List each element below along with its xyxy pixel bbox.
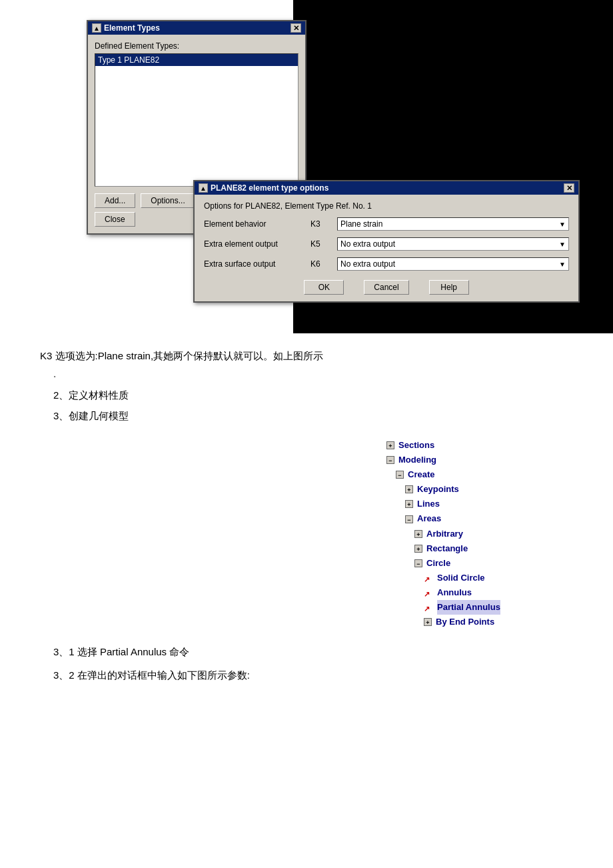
extra-element-output-row: Extra element output K5 No extra output … (204, 237, 569, 251)
element-behavior-k: K3 (310, 219, 330, 229)
menu-text-modeling: Modeling (398, 453, 436, 467)
expand-icon-areas: − (405, 515, 413, 523)
plane82-close-button[interactable]: ✕ (564, 183, 574, 193)
menu-text-arbitrary: Arbitrary (426, 527, 463, 541)
defined-label: Defined Element Types: (95, 41, 299, 51)
menu-item-annulus[interactable]: ↗ Annulus (386, 585, 573, 600)
expand-icon-arbitrary: + (414, 530, 422, 538)
menu-text-by-end-points: By End Points (436, 615, 494, 629)
menu-item-arbitrary[interactable]: + Arbitrary (386, 527, 573, 541)
menu-item-create[interactable]: − Create (386, 467, 573, 482)
expand-icon-sections: + (386, 441, 394, 449)
plane82-titlebar: ▲ PLANE82 element type options ✕ (195, 181, 578, 195)
menu-item-sections[interactable]: + Sections (386, 438, 573, 453)
extra-element-output-k: K5 (310, 239, 330, 249)
dropdown-arrow-2: ▼ (559, 241, 566, 248)
item31: 3、1 选择 Partial Annulus 命令 (53, 643, 573, 661)
menu-text-sections: Sections (398, 438, 434, 453)
close-button[interactable]: Close (95, 212, 135, 227)
leaf-icon-annulus: ↗ (424, 588, 433, 597)
menu-text-solid-circle: Solid Circle (437, 571, 485, 585)
expand-icon-keypoints: + (405, 485, 413, 493)
dialog-icon: ▲ (92, 23, 101, 33)
paragraph1: K3 选项选为:Plane strain,其她两个保持默认就可以。如上图所示 (40, 347, 573, 365)
menu-text-lines: Lines (417, 497, 440, 511)
menu-text-keypoints: Keypoints (417, 482, 459, 497)
menu-text-annulus: Annulus (437, 585, 472, 600)
dialog-close-button[interactable]: ✕ (291, 23, 301, 33)
menu-tree: + Sections − Modeling − Create + Keypoin… (386, 438, 573, 629)
item3: 3、创建几何模型 (53, 407, 573, 425)
menu-item-lines[interactable]: + Lines (386, 497, 573, 511)
item2: 2、定义材料性质 (53, 386, 573, 404)
menu-text-circle: Circle (426, 556, 450, 571)
menu-item-areas[interactable]: − Areas (386, 511, 573, 526)
menu-text-partial-annulus: Partial Annulus (437, 600, 500, 615)
leaf-icon-partial-annulus: ↗ (424, 603, 433, 612)
element-types-titlebar: ▲ Element Types ✕ (88, 21, 305, 35)
expand-icon-rectangle: + (414, 545, 422, 553)
list-item-plane82[interactable]: Type 1 PLANE82 (95, 54, 298, 66)
extra-surface-output-k: K6 (310, 259, 330, 269)
element-behavior-value: Plane strain (340, 219, 382, 229)
menu-item-rectangle[interactable]: + Rectangle (386, 541, 573, 556)
dropdown-arrow-3: ▼ (559, 261, 566, 268)
element-behavior-label: Element behavior (204, 219, 304, 229)
extra-surface-output-row: Extra surface output K6 No extra output … (204, 257, 569, 271)
menu-tree-wrapper: + Sections − Modeling − Create + Keypoin… (40, 438, 573, 629)
element-types-listbox[interactable]: Type 1 PLANE82 (95, 53, 299, 187)
expand-icon-by-end-points: + (424, 618, 432, 626)
help-button[interactable]: Help (429, 280, 469, 295)
dropdown-arrow-1: ▼ (559, 221, 566, 228)
cancel-button[interactable]: Cancel (364, 280, 408, 295)
extra-element-output-label: Extra element output (204, 239, 304, 249)
expand-icon-lines: + (405, 500, 413, 508)
menu-item-solid-circle[interactable]: ↗ Solid Circle (386, 571, 573, 585)
menu-text-create: Create (408, 467, 434, 482)
menu-text-areas: Areas (417, 511, 441, 526)
dot: 。 (53, 370, 573, 379)
plane82-title: PLANE82 element type options (211, 183, 328, 193)
expand-icon-create: − (396, 471, 404, 479)
add-button[interactable]: Add... (95, 193, 135, 208)
item32: 3、2 在弹出的对话框中输入如下图所示参数: (53, 666, 573, 684)
extra-element-output-dropdown[interactable]: No extra output ▼ (337, 237, 569, 251)
plane82-body: Options for PLANE82, Element Type Ref. N… (195, 195, 578, 301)
menu-item-by-end-points[interactable]: + By End Points (386, 615, 573, 629)
dialog-title: Element Types (104, 23, 160, 33)
menu-item-keypoints[interactable]: + Keypoints (386, 482, 573, 497)
extra-surface-output-value: No extra output (340, 259, 395, 269)
ok-button[interactable]: OK (304, 280, 344, 295)
expand-icon-modeling: − (386, 456, 394, 464)
extra-surface-output-label: Extra surface output (204, 259, 304, 269)
element-behavior-dropdown[interactable]: Plane strain ▼ (337, 217, 569, 231)
plane82-action-buttons: OK Cancel Help (204, 280, 569, 295)
menu-item-modeling[interactable]: − Modeling (386, 453, 573, 467)
menu-item-circle[interactable]: − Circle (386, 556, 573, 571)
plane82-icon: ▲ (199, 183, 208, 193)
leaf-icon-solid-circle: ↗ (424, 573, 433, 583)
expand-icon-circle: − (414, 559, 422, 567)
options-button[interactable]: Options... (141, 193, 195, 208)
extra-element-output-value: No extra output (340, 239, 395, 249)
menu-text-rectangle: Rectangle (426, 541, 468, 556)
content-area: K3 选项选为:Plane strain,其她两个保持默认就可以。如上图所示 。… (0, 333, 613, 697)
element-behavior-row: Element behavior K3 Plane strain ▼ (204, 217, 569, 231)
plane82-dialog: ▲ PLANE82 element type options ✕ Options… (193, 180, 580, 303)
plane82-subtitle: Options for PLANE82, Element Type Ref. N… (204, 201, 569, 211)
extra-surface-output-dropdown[interactable]: No extra output ▼ (337, 257, 569, 271)
screenshot-area: ▲ Element Types ✕ Defined Element Types:… (0, 0, 613, 333)
menu-item-partial-annulus[interactable]: ↗ Partial Annulus (386, 600, 573, 615)
